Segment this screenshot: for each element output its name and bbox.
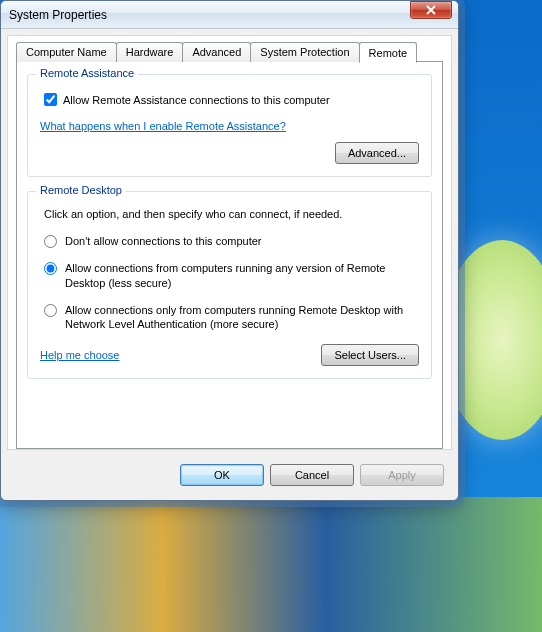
tab-panel-remote: Remote Assistance Allow Remote Assistanc… <box>16 61 443 449</box>
radio-any-version-label: Allow connections from computers running… <box>65 261 419 291</box>
tab-computer-name[interactable]: Computer Name <box>16 42 117 62</box>
group-title-remote-assistance: Remote Assistance <box>36 67 138 79</box>
radio-any-version[interactable] <box>44 262 57 275</box>
tab-hardware[interactable]: Hardware <box>116 42 184 62</box>
tab-strip: Computer Name Hardware Advanced System P… <box>16 42 443 62</box>
remote-assistance-advanced-button[interactable]: Advanced... <box>335 142 419 164</box>
apply-button[interactable]: Apply <box>360 464 444 486</box>
allow-remote-assistance-label: Allow Remote Assistance connections to t… <box>63 94 330 106</box>
group-remote-assistance: Remote Assistance Allow Remote Assistanc… <box>27 74 432 177</box>
desktop-wallpaper-strip <box>0 497 542 632</box>
group-remote-desktop: Remote Desktop Click an option, and then… <box>27 191 432 379</box>
cancel-button[interactable]: Cancel <box>270 464 354 486</box>
allow-remote-assistance-checkbox[interactable] <box>44 93 57 106</box>
close-button[interactable] <box>410 1 452 19</box>
window-title: System Properties <box>9 8 410 22</box>
radio-nla-only-label: Allow connections only from computers ru… <box>65 303 419 333</box>
select-users-button[interactable]: Select Users... <box>321 344 419 366</box>
ok-button[interactable]: OK <box>180 464 264 486</box>
tab-advanced[interactable]: Advanced <box>182 42 251 62</box>
help-me-choose-link[interactable]: Help me choose <box>40 349 120 361</box>
titlebar[interactable]: System Properties <box>1 1 458 29</box>
remote-desktop-instruction: Click an option, and then specify who ca… <box>44 208 415 220</box>
dialog-content: Computer Name Hardware Advanced System P… <box>7 35 452 450</box>
close-icon <box>426 5 436 15</box>
radio-dont-allow[interactable] <box>44 235 57 248</box>
system-properties-dialog: System Properties Computer Name Hardware… <box>0 0 459 501</box>
radio-nla-only[interactable] <box>44 304 57 317</box>
radio-dont-allow-label: Don't allow connections to this computer <box>65 234 262 249</box>
tab-remote[interactable]: Remote <box>359 42 418 63</box>
dialog-button-row: OK Cancel Apply <box>1 456 458 500</box>
group-title-remote-desktop: Remote Desktop <box>36 184 126 196</box>
tab-system-protection[interactable]: System Protection <box>250 42 359 62</box>
remote-assistance-help-link[interactable]: What happens when I enable Remote Assist… <box>40 120 286 132</box>
